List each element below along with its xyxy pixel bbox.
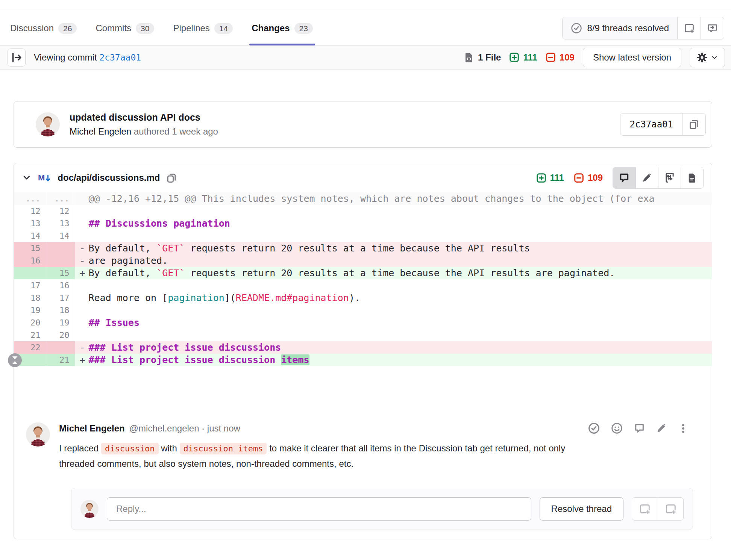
commit-author-avatar[interactable] (36, 112, 60, 136)
commit-sha-group: 2c37aa01 (620, 113, 706, 136)
new-line-number[interactable]: 14 (46, 230, 75, 242)
old-line-number[interactable]: 17 (14, 279, 46, 292)
mr-tab-bar: Discussion 26 Commits 30 Pipelines 14 Ch… (0, 11, 731, 45)
diff-line-sign: - (80, 242, 89, 254)
issue-new-icon (684, 23, 695, 33)
copy-commit-sha-button[interactable] (682, 114, 705, 135)
toggle-file-browser-button[interactable] (8, 48, 26, 67)
diff-line-content: @@ -12,16 +12,15 @@ This includes system… (75, 192, 712, 205)
new-line-number[interactable]: 12 (46, 205, 75, 217)
new-line-number[interactable] (46, 242, 75, 254)
new-line-number[interactable]: 15 (46, 267, 75, 279)
create-issue-to-resolve-button[interactable] (632, 498, 658, 520)
old-line-number[interactable]: 22 (14, 341, 46, 354)
tab-label: Pipelines (173, 23, 209, 33)
old-line-number[interactable]: 16 (14, 254, 46, 267)
file-button-group (613, 167, 704, 189)
edit-file-button[interactable] (635, 167, 658, 188)
diff-line-content: -By default, `GET` requests return 20 re… (75, 242, 712, 254)
note-main: Michel Engelen @michel.engelen · just no… (59, 422, 700, 471)
new-line-number[interactable]: 19 (46, 316, 75, 329)
add-reaction-button[interactable] (611, 422, 623, 434)
commit-author-name[interactable]: Michel Engelen (70, 126, 131, 136)
old-line-number[interactable]: 20 (14, 316, 46, 329)
note-author-avatar[interactable] (26, 422, 50, 446)
new-line-number[interactable] (46, 254, 75, 267)
diff-row-del: 15-By default, `GET` requests return 20 … (14, 242, 712, 254)
create-issue-button[interactable] (658, 498, 683, 520)
compare-versions-icon (664, 173, 675, 183)
deletions-count: 109 (546, 52, 575, 63)
old-line-number[interactable]: 21 (14, 329, 46, 341)
commit-toolbar: Viewing commit 2c37aa01 1 File 111 (0, 45, 731, 70)
old-line-number[interactable]: 13 (14, 217, 46, 230)
old-line-number[interactable]: 18 (14, 292, 46, 304)
new-line-number[interactable]: 20 (46, 329, 75, 341)
thread-status-actions: 8/9 threads resolved (562, 17, 724, 39)
diff-file-header: M doc/api/discussions.md (14, 163, 712, 192)
new-line-number[interactable]: 13 (46, 217, 75, 230)
tab-discussion[interactable]: Discussion 26 (10, 11, 77, 45)
more-actions-kebab-button[interactable] (678, 423, 689, 434)
toggle-line-discussion-badge[interactable] (8, 353, 22, 367)
old-line-number[interactable] (14, 267, 46, 279)
inline-code: discussion (101, 443, 158, 454)
file-header-actions: 111 109 (536, 167, 704, 189)
markdown-file-badge: M (38, 174, 51, 182)
diff-row-del: 22-### List project issue discussions (14, 341, 712, 354)
reply-input[interactable] (107, 497, 531, 521)
note-author-handle: @michel.engelen · just now (129, 423, 240, 434)
toggle-comments-button[interactable] (613, 167, 635, 188)
diff-line-sign: + (80, 267, 89, 279)
diff-line-sign (80, 304, 89, 316)
diff-line-content: Read more on [pagination](README.md#pagi… (75, 292, 712, 304)
old-line-number[interactable]: 14 (14, 230, 46, 242)
markdown-letter: M (38, 174, 45, 182)
chevron-down-icon (711, 54, 718, 61)
old-line-number[interactable]: 19 (14, 304, 46, 316)
diff-row-ctx: 1313 ## Discussions pagination (14, 217, 712, 230)
threads-resolved-button[interactable]: 8/9 threads resolved (563, 17, 677, 39)
old-line-number[interactable]: 12 (14, 205, 46, 217)
jump-to-next-unresolved-thread-button[interactable] (701, 17, 724, 39)
edit-comment-button[interactable] (656, 423, 667, 434)
compare-file-versions-button[interactable] (658, 167, 681, 188)
tab-label: Commits (96, 23, 131, 33)
tab-count-badge: 14 (214, 23, 233, 34)
diff-line-sign: - (80, 254, 89, 267)
diff-settings-button[interactable] (690, 48, 725, 67)
issue-new-icon (639, 503, 651, 515)
reply-comment-button[interactable] (634, 423, 645, 434)
resolve-thread-check-button[interactable] (588, 422, 600, 434)
new-line-number[interactable]: ... (46, 192, 75, 205)
minus-square-icon (574, 173, 584, 183)
tab-commits[interactable]: Commits 30 (96, 11, 154, 45)
collapse-file-chevron-icon[interactable] (22, 173, 31, 182)
new-line-number[interactable]: 18 (46, 304, 75, 316)
copy-file-path-button[interactable] (167, 173, 177, 183)
resolve-thread-button[interactable]: Resolve thread (540, 497, 623, 521)
reply-form: Resolve thread (71, 488, 693, 530)
viewing-commit-label: Viewing commit (34, 52, 97, 62)
diff-row-ctx: 1716 (14, 279, 712, 292)
new-line-number[interactable]: 17 (46, 292, 75, 304)
note-author-name[interactable]: Michel Engelen (59, 423, 125, 434)
new-line-number[interactable]: 16 (46, 279, 75, 292)
new-line-number[interactable] (46, 341, 75, 354)
plus-square-icon (536, 173, 546, 183)
line-discussion: Michel Engelen @michel.engelen · just no… (14, 366, 712, 530)
show-latest-version-button[interactable]: Show latest version (583, 48, 681, 67)
file-path[interactable]: doc/api/discussions.md (58, 173, 160, 183)
tab-pipelines[interactable]: Pipelines 14 (173, 11, 233, 45)
new-line-number[interactable]: 21 (46, 354, 75, 366)
old-line-number[interactable]: 15 (14, 242, 46, 254)
create-issue-to-resolve-button[interactable] (677, 17, 701, 39)
gear-icon (697, 52, 707, 63)
commit-sha-link[interactable]: 2c37aa01 (99, 53, 141, 62)
view-file-button[interactable] (681, 167, 703, 188)
tab-changes[interactable]: Changes 23 (252, 11, 313, 45)
discussion-note: Michel Engelen @michel.engelen · just no… (26, 422, 700, 471)
note-header: Michel Engelen @michel.engelen · just no… (59, 422, 700, 434)
old-line-number[interactable]: ... (14, 192, 46, 205)
diff-line-content: ## Issues (75, 316, 712, 329)
